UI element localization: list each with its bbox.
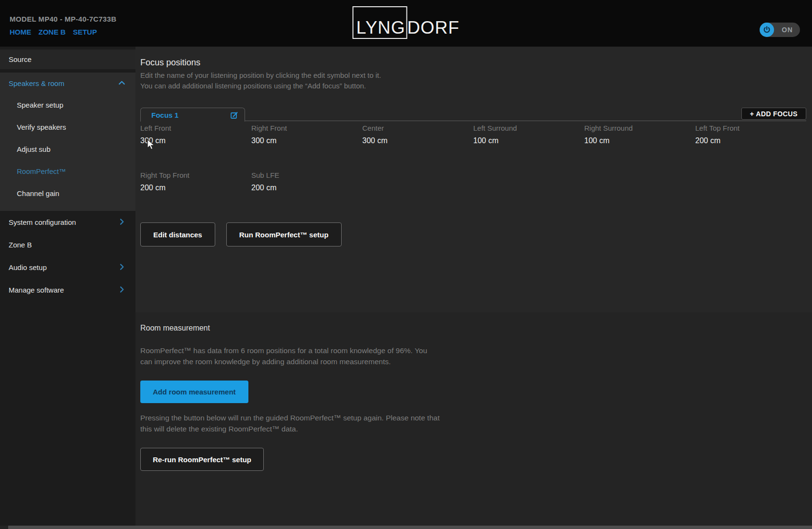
- sidebar-item-label: Adjust sub: [17, 145, 50, 153]
- distance-cell: Center 300 cm: [362, 124, 473, 171]
- top-nav: HOME ZONE B SETUP: [10, 28, 97, 36]
- add-focus-button[interactable]: + ADD FOCUS: [741, 108, 806, 120]
- distance-label: Left Top Front: [695, 124, 806, 132]
- distance-label: Left Surround: [473, 124, 584, 132]
- sidebar-item-zone-b[interactable]: Zone B: [0, 234, 135, 256]
- distance-label: Right Front: [251, 124, 362, 132]
- edit-icon[interactable]: [230, 111, 239, 119]
- tab-label: Focus 1: [151, 111, 179, 119]
- focus-description: Edit the name of your listening position…: [140, 70, 381, 91]
- model-label: MODEL MP40 - MP-40-7C733B: [10, 15, 116, 23]
- distance-cell: Left Surround 100 cm: [473, 124, 584, 171]
- distance-cell: Sub LFE 200 cm: [251, 171, 362, 218]
- rerun-description: Pressing the button below will run the g…: [140, 412, 441, 434]
- chevron-right-icon: [118, 286, 125, 293]
- distance-value: 300 cm: [140, 136, 251, 145]
- sidebar-item-verify-speakers[interactable]: Verify speakers: [0, 116, 135, 138]
- focus-description-line2: You can add additional listening positio…: [140, 81, 381, 91]
- distance-value: 300 cm: [362, 136, 473, 145]
- edit-distances-button[interactable]: Edit distances: [140, 222, 215, 246]
- rerun-roomperfect-setup-button[interactable]: Re-run RoomPerfect™ setup: [140, 448, 264, 471]
- lyngdorf-logo: LYNG DORF: [353, 6, 460, 39]
- distance-cell: Left Top Front 200 cm: [695, 124, 806, 171]
- logo-text-rest: DORF: [407, 19, 460, 39]
- distance-label: Right Top Front: [140, 171, 251, 179]
- distance-value: 300 cm: [251, 136, 362, 145]
- distance-label: Sub LFE: [251, 171, 362, 179]
- distance-label: Left Front: [140, 124, 251, 132]
- tab-focus-1[interactable]: Focus 1: [140, 108, 245, 122]
- power-icon: [763, 26, 771, 34]
- sidebar-item-audio-setup[interactable]: Audio setup: [0, 256, 135, 279]
- logo-text-boxed: LYNG: [357, 19, 406, 37]
- sidebar-item-label: Audio setup: [9, 263, 47, 271]
- sidebar-item-roomperfect[interactable]: RoomPerfect™: [0, 160, 135, 182]
- power-toggle[interactable]: ON: [760, 23, 800, 37]
- sidebar-group-speakers-room: Speakers & room Speaker setup Verify spe…: [0, 73, 135, 211]
- room-measurement-description: RoomPerfect™ has data from 6 room positi…: [140, 345, 441, 367]
- sidebar-item-label: Zone B: [9, 241, 32, 249]
- distance-value: 100 cm: [584, 136, 695, 145]
- sidebar-item-source[interactable]: Source: [0, 49, 135, 69]
- focus-actions: Edit distances Run RoomPerfect™ setup: [140, 222, 342, 246]
- power-knob[interactable]: [760, 23, 774, 37]
- sidebar-item-manage-software[interactable]: Manage software: [0, 279, 135, 301]
- page-title: Focus positions: [140, 58, 200, 68]
- sidebar-item-label: Speaker setup: [17, 101, 63, 109]
- horizontal-scrollbar: [0, 526, 812, 529]
- power-state-label: ON: [782, 26, 793, 34]
- run-roomperfect-setup-button[interactable]: Run RoomPerfect™ setup: [226, 222, 342, 246]
- focus-tab-bar: Focus 1 + ADD FOCUS: [140, 108, 806, 121]
- distance-value: 200 cm: [140, 184, 251, 192]
- sidebar-item-adjust-sub[interactable]: Adjust sub: [0, 138, 135, 160]
- nav-zone-b[interactable]: ZONE B: [38, 28, 66, 36]
- sidebar-item-speakers-room[interactable]: Speakers & room: [0, 73, 135, 94]
- sidebar-item-system-configuration[interactable]: System configuration: [0, 211, 135, 234]
- add-room-measurement-button[interactable]: Add room measurement: [140, 381, 248, 403]
- distance-cell: Right Top Front 200 cm: [140, 171, 251, 218]
- scrollbar-thumb[interactable]: [8, 526, 812, 529]
- chevron-right-icon: [118, 218, 125, 225]
- distance-value: 200 cm: [695, 136, 806, 145]
- sidebar-item-channel-gain[interactable]: Channel gain: [0, 182, 135, 204]
- sidebar-item-label: RoomPerfect™: [17, 167, 66, 175]
- sidebar-item-label: Channel gain: [17, 189, 59, 197]
- distance-label: Center: [362, 124, 473, 132]
- distance-cell: Right Front 300 cm: [251, 124, 362, 171]
- distance-cell: Right Surround 100 cm: [584, 124, 695, 171]
- speaker-distances-grid: Left Front 300 cm Right Front 300 cm Cen…: [140, 124, 806, 218]
- sidebar-item-label: Source: [9, 55, 32, 63]
- distance-value: 100 cm: [473, 136, 584, 145]
- header: MODEL MP40 - MP-40-7C733B HOME ZONE B SE…: [0, 0, 812, 47]
- focus-description-line1: Edit the name of your listening position…: [140, 70, 381, 81]
- chevron-up-icon: [118, 79, 125, 86]
- sidebar-item-label: Verify speakers: [17, 123, 66, 131]
- sidebar-item-label: System configuration: [9, 218, 76, 226]
- chevron-right-icon: [118, 263, 125, 271]
- distance-cell: Left Front 300 cm: [140, 124, 251, 171]
- sidebar-item-label: Manage software: [9, 286, 64, 294]
- distance-label: Right Surround: [584, 124, 695, 132]
- distance-value: 200 cm: [251, 184, 362, 192]
- sidebar-item-speaker-setup[interactable]: Speaker setup: [0, 94, 135, 116]
- nav-setup[interactable]: SETUP: [73, 28, 97, 36]
- sidebar: Source Speakers & room Speaker setup Ver…: [0, 47, 135, 526]
- nav-home[interactable]: HOME: [10, 28, 31, 36]
- logo-box: LYNG: [353, 6, 407, 39]
- room-measurement-title: Room measurement: [140, 324, 210, 332]
- sidebar-item-label: Speakers & room: [9, 79, 64, 87]
